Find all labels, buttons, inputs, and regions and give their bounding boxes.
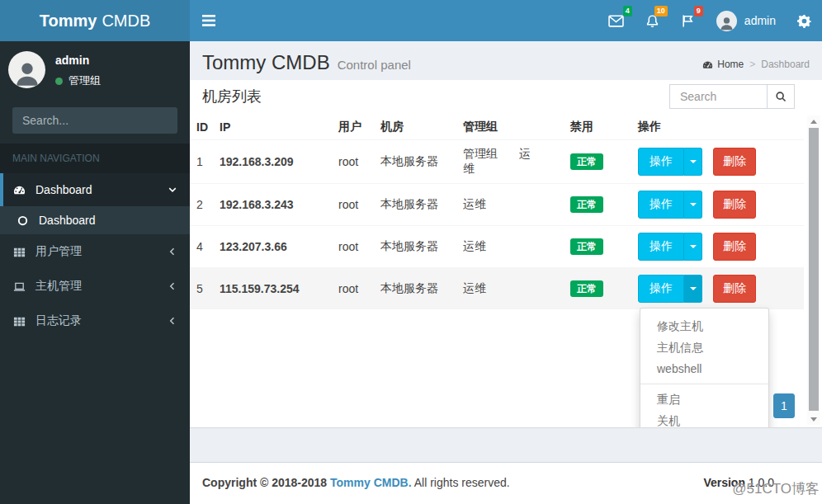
cell-groups: 运维 — [456, 225, 564, 267]
search-icon — [775, 91, 787, 102]
sidebar-user-avatar — [8, 51, 45, 88]
user-menu[interactable]: admin — [706, 0, 787, 41]
server-room-list-box: 机房列表 ID IP 用户 机房 管理组 禁用 — [190, 80, 822, 427]
breadcrumb-home-link[interactable]: Home — [702, 59, 744, 70]
cell-ip: 192.168.3.243 — [213, 183, 332, 225]
control-sidebar-toggle[interactable] — [787, 0, 822, 41]
sidebar-subitem-dashboard[interactable]: Dashboard — [0, 206, 190, 234]
chevron-down-icon — [168, 185, 177, 195]
sidebar-user-info: admin 管理组 — [45, 51, 105, 92]
footer-version-label: Version — [703, 476, 745, 489]
table-row: 2 192.168.3.243 root 本地服务器 运维 正常 操作 — [190, 183, 804, 225]
content-wrapper: Tommy CMDB Control panel Home > Dashboar… — [190, 41, 822, 504]
circle-o-icon — [17, 214, 39, 227]
sidebar-item-label: 日志记录 — [35, 313, 82, 328]
delete-button[interactable]: 删除 — [713, 233, 756, 261]
status-badge: 正常 — [570, 238, 603, 255]
sidebar-item-host-management[interactable]: 主机管理 — [0, 269, 190, 304]
action-button[interactable]: 操作 — [638, 191, 684, 219]
user-avatar — [716, 11, 737, 31]
group-tag: 管理组 — [463, 147, 498, 160]
cell-ip: 115.159.73.254 — [213, 267, 332, 309]
cell-id: 5 — [190, 267, 213, 309]
delete-button[interactable]: 删除 — [713, 275, 756, 303]
group-tag: 运维 — [463, 197, 486, 210]
dropdown-item-shutdown[interactable]: 关机 — [640, 410, 768, 427]
app-logo[interactable]: Tommy CMDB — [0, 0, 190, 41]
sidebar-search-input[interactable] — [12, 107, 177, 134]
cell-actions: 操作 删除 — [631, 183, 804, 225]
cell-room: 本地服务器 — [374, 225, 456, 267]
table-search-group — [669, 84, 795, 109]
dropdown-item-webshell[interactable]: webshell — [640, 358, 768, 379]
sidebar-user-name: admin — [55, 54, 101, 67]
dashboard-icon — [13, 184, 35, 196]
sidebar-nav-header: MAIN NAVIGATION — [0, 144, 190, 173]
cell-room: 本地服务器 — [374, 267, 456, 309]
gears-icon — [797, 14, 811, 28]
cell-user: root — [332, 183, 374, 225]
action-caret-button[interactable] — [684, 233, 702, 261]
tasks-count-badge: 9 — [694, 6, 703, 16]
cell-status: 正常 — [564, 183, 631, 225]
dropdown-item-edit-host[interactable]: 修改主机 — [640, 315, 768, 337]
table-search-input[interactable] — [669, 84, 767, 109]
delete-button[interactable]: 删除 — [713, 148, 756, 176]
app-logo-bold: Tommy — [40, 12, 97, 31]
navbar-username: admin — [744, 14, 776, 27]
dropdown-item-host-info[interactable]: 主机信息 — [640, 337, 768, 358]
notifications-menu[interactable]: 10 — [635, 0, 670, 41]
caret-down-icon — [690, 287, 697, 290]
status-badge: 正常 — [570, 153, 603, 170]
cell-ip: 192.168.3.209 — [213, 139, 332, 183]
pagination-page-1[interactable]: 1 — [773, 393, 795, 418]
action-caret-button[interactable] — [684, 275, 702, 303]
sidebar-item-dashboard[interactable]: Dashboard — [0, 173, 190, 206]
action-button[interactable]: 操作 — [638, 275, 684, 303]
footer-brand-link[interactable]: Tommy CMDB. — [330, 476, 412, 489]
cell-id: 1 — [190, 139, 213, 183]
action-button[interactable]: 操作 — [638, 233, 684, 261]
page-subtitle: Control panel — [338, 58, 411, 72]
col-header-id: ID — [190, 115, 213, 139]
cell-room: 本地服务器 — [374, 183, 456, 225]
action-caret-button[interactable] — [684, 148, 702, 176]
group-tag: 运维 — [463, 239, 486, 252]
sidebar-user-status[interactable]: 管理组 — [55, 73, 101, 88]
status-badge: 正常 — [570, 196, 603, 213]
sidebar-toggle-button[interactable] — [190, 0, 228, 41]
table-scrollbar[interactable] — [807, 115, 820, 425]
col-header-group: 管理组 — [456, 115, 564, 139]
cell-status: 正常 — [564, 225, 631, 267]
scrollbar-up-arrow[interactable] — [807, 115, 820, 127]
dropdown-item-reboot[interactable]: 重启 — [640, 389, 768, 410]
col-header-room: 机房 — [374, 115, 456, 139]
cell-user: root — [332, 139, 374, 183]
messages-menu[interactable]: 4 — [598, 0, 635, 41]
hosts-table: ID IP 用户 机房 管理组 禁用 操作 1 192.168.3.209 ro… — [190, 115, 804, 309]
box-title: 机房列表 — [202, 87, 262, 106]
cell-room: 本地服务器 — [374, 139, 456, 183]
cell-id: 2 — [190, 183, 213, 225]
sidebar-item-user-management[interactable]: 用户管理 — [0, 234, 190, 269]
app-logo-rest: CMDB — [102, 12, 150, 31]
sidebar-item-log-records[interactable]: 日志记录 — [0, 304, 190, 338]
sidebar-user-panel: admin 管理组 — [0, 41, 190, 101]
cell-user: root — [332, 267, 374, 309]
col-header-disabled: 禁用 — [564, 115, 631, 139]
main-sidebar: admin 管理组 MAIN NAVIGATION Dashboard — [0, 41, 190, 504]
action-caret-button[interactable] — [684, 191, 702, 219]
col-header-actions: 操作 — [631, 115, 804, 139]
scrollbar-down-arrow[interactable] — [807, 413, 820, 425]
delete-button[interactable]: 删除 — [713, 191, 756, 219]
tasks-menu[interactable]: 9 — [670, 0, 706, 41]
action-button[interactable]: 操作 — [638, 148, 684, 176]
chevron-left-icon — [168, 316, 177, 326]
table-header-row: ID IP 用户 机房 管理组 禁用 操作 — [190, 115, 804, 139]
laptop-icon — [13, 280, 35, 293]
action-dropdown-menu: 修改主机 主机信息 webshell 重启 关机 — [640, 308, 769, 427]
scrollbar-thumb[interactable] — [809, 128, 819, 411]
table-search-button[interactable] — [767, 84, 795, 109]
cell-groups: 管理组 运维 — [456, 139, 564, 183]
cell-groups: 运维 — [456, 267, 564, 309]
